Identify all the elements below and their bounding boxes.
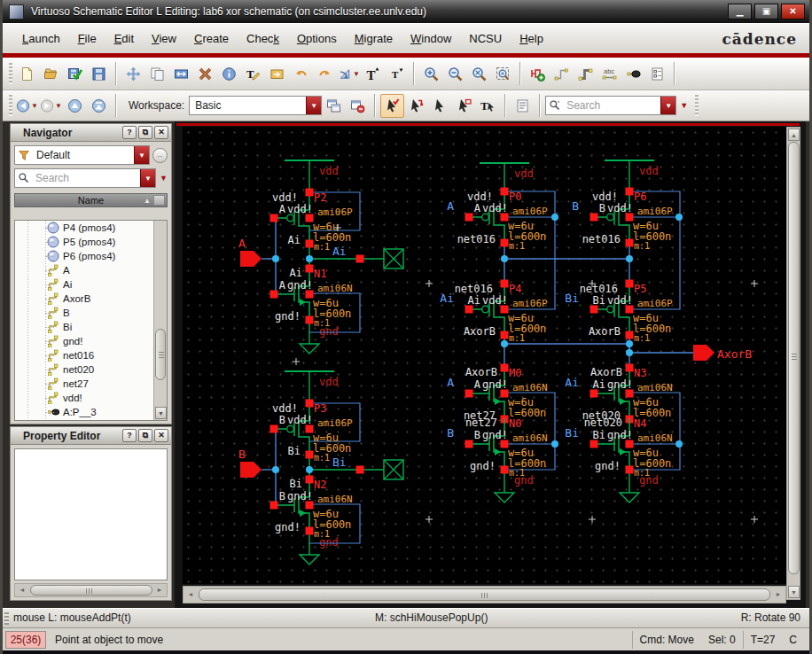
solder-dot[interactable] — [306, 466, 313, 473]
noconn-symbol[interactable] — [384, 249, 403, 269]
ground-symbol[interactable] — [495, 493, 514, 502]
solder-dot[interactable] — [626, 340, 633, 347]
menu-file[interactable]: File — [69, 25, 105, 53]
transistor-N0[interactable]: net27N0BBgnd!ami06Nw=6ul=600nm:1gnd! — [447, 417, 548, 478]
property-editor-help-button[interactable]: ? — [122, 429, 137, 442]
pin-handle[interactable] — [501, 188, 509, 196]
pin-handle[interactable] — [270, 502, 278, 510]
canvas-vscroll-thumb[interactable] — [788, 142, 800, 574]
toolbar-button-edit-label[interactable]: T — [241, 62, 265, 86]
canvas-hscrollbar[interactable]: ◄ ► — [183, 586, 786, 603]
tree-item-axorb-2[interactable]: AxorB:2 — [15, 419, 167, 421]
tree-item-a[interactable]: A — [15, 263, 167, 277]
pin-handle[interactable] — [626, 364, 634, 372]
property-editor-float-button[interactable]: ⧉ — [138, 429, 152, 442]
transistor-P2[interactable]: vdd!P2Avdd!ami06Pw=6ul=600nm:1Ai — [270, 189, 361, 253]
filter-more-button[interactable]: ... — [152, 148, 168, 163]
toolbar-button-create-wire-name[interactable]: abc — [597, 62, 621, 86]
transistor-P0[interactable]: vdd!P0AAvdd!ami06Pw=6ul=600nm:1net016 — [447, 188, 548, 252]
search-options-arrow[interactable]: ▼ — [160, 174, 168, 183]
pin-handle[interactable] — [465, 390, 473, 398]
tree-item-p6-pmos4-[interactable]: P6 (pmos4) — [15, 249, 167, 263]
toolbar-search-box[interactable]: Search▼ — [545, 96, 676, 115]
toolbar-button-ws-new[interactable] — [322, 94, 346, 118]
menu-launch[interactable]: Launch — [13, 25, 69, 53]
navigator-help-button[interactable]: ? — [122, 126, 137, 139]
canvas-scroll-left-button[interactable]: ◄ — [184, 589, 197, 600]
toolbar-button-delete[interactable] — [193, 62, 217, 86]
navigator-filter-combo[interactable]: Default ▼ — [14, 145, 150, 165]
menu-view[interactable]: View — [143, 25, 185, 53]
search-history-arrow[interactable]: ▼ — [680, 101, 688, 110]
toolbar-button-zoom-dynamic[interactable] — [467, 62, 491, 86]
toolbar-button-up[interactable] — [63, 94, 87, 118]
input-pin-B[interactable]: B — [238, 448, 262, 478]
ground-symbol[interactable] — [300, 555, 319, 564]
solder-dot[interactable] — [675, 214, 683, 221]
pin-handle[interactable] — [356, 466, 364, 474]
tree-item-a-p-3[interactable]: A:P__3 — [15, 405, 167, 419]
rotate-dropdown-arrow[interactable]: ▼ — [353, 70, 360, 78]
toolbar-button-forward[interactable]: ▼ — [39, 94, 63, 118]
transistor-N1[interactable]: AiN1Agnd!ami06Nw=6ul=600nm:1gnd! — [270, 265, 361, 333]
property-editor-hscroll[interactable]: ◄ ► — [14, 583, 168, 597]
pin-handle[interactable] — [501, 364, 509, 372]
toolbar-button-back[interactable]: ▼ — [15, 94, 39, 118]
search-dropdown-button[interactable]: ▼ — [140, 169, 155, 187]
tree-item-gnd-[interactable]: gnd! — [15, 334, 167, 348]
input-pin-A[interactable]: A — [238, 237, 262, 267]
toolbar-button-undo[interactable] — [289, 62, 313, 86]
workspace-dropdown-button[interactable]: ▼ — [306, 97, 321, 114]
toolbar-button-zoom-out[interactable] — [443, 62, 467, 86]
tree-item-axorb[interactable]: AxorB — [15, 292, 167, 306]
menu-options[interactable]: Options — [288, 25, 346, 53]
tree-item-bi[interactable]: Bi — [15, 320, 167, 334]
toolbar-button-copy[interactable] — [145, 62, 169, 86]
property-editor-title-bar[interactable]: Property Editor ?⧉✕ — [11, 427, 171, 445]
toolbar-button-save[interactable] — [87, 62, 111, 86]
close-button[interactable]: ✕ — [781, 4, 805, 19]
canvas-vscrollbar[interactable]: ▲ ▼ — [786, 127, 800, 600]
pin-handle[interactable] — [270, 425, 278, 433]
solder-dot[interactable] — [551, 214, 558, 221]
toolbar-button-open[interactable] — [39, 62, 63, 86]
ground-symbol[interactable] — [620, 493, 639, 502]
sort-box[interactable] — [153, 195, 165, 206]
schematic-canvas[interactable]: vddvddvddvddgndgndgndgndvdd!P2Avdd!ami06… — [183, 127, 786, 584]
output-pin-AxorB[interactable]: AxorB — [693, 345, 752, 361]
solder-dot[interactable] — [306, 255, 313, 262]
toolbar-button-rotate[interactable]: ▼ — [337, 62, 361, 86]
pin-handle[interactable] — [306, 476, 314, 484]
transistor-N4[interactable]: net020N4BiBignd!ami06Nw=6ul=600nm:1gnd! — [565, 417, 672, 478]
toolbar-button-sel-single[interactable] — [428, 94, 452, 118]
toolbar-button-sel-options[interactable] — [511, 94, 535, 118]
toolbar-button-redo[interactable] — [313, 62, 337, 86]
transistor-N2[interactable]: BiN2Bgnd!ami06Nw=6ul=600nm:1gnd! — [270, 476, 361, 544]
solder-dot[interactable] — [272, 466, 279, 473]
pin-handle[interactable] — [306, 400, 314, 408]
toolbar-button-descend[interactable] — [265, 62, 289, 86]
navigator-title-bar[interactable]: Navigator ?⧉✕ — [11, 124, 171, 142]
toolbar-button-zoom-in[interactable] — [419, 62, 443, 86]
tree-item-b[interactable]: B — [15, 306, 167, 320]
menu-check[interactable]: Check — [238, 25, 288, 53]
menu-window[interactable]: Window — [402, 25, 460, 53]
pe-scroll-thumb[interactable] — [30, 585, 152, 596]
tree-scrollbar[interactable]: ▼ — [153, 221, 167, 420]
toolbar-button-new[interactable] — [15, 62, 39, 86]
pin-handle[interactable] — [590, 214, 598, 222]
tree-item-net016[interactable]: net016 — [15, 348, 167, 362]
transistor-M0[interactable]: AxorBM0AAgnd!ami06Nw=6ul=600nnet27 — [447, 364, 548, 424]
tree-item-ai[interactable]: Ai — [15, 277, 167, 292]
menu-ncsu[interactable]: NCSU — [460, 25, 511, 53]
navigator-search-box[interactable]: Search ▼ — [14, 168, 156, 188]
toolbar-button-sel-connect[interactable] — [404, 94, 428, 118]
property-editor-close-button[interactable]: ✕ — [154, 429, 168, 442]
toolbar-button-sel-drag[interactable] — [452, 94, 476, 118]
solder-dot[interactable] — [501, 255, 508, 262]
tree-item-net020[interactable]: net020 — [15, 362, 167, 377]
pe-scroll-left-button[interactable]: ◄ — [16, 585, 28, 596]
transistor-P4[interactable]: net016P4AiAivdd!ami06Pw=6ul=600nm:1AxorB — [440, 280, 548, 344]
canvas-scroll-up-button[interactable]: ▲ — [788, 128, 800, 141]
tree-scroll-down-button[interactable]: ▼ — [155, 407, 167, 419]
